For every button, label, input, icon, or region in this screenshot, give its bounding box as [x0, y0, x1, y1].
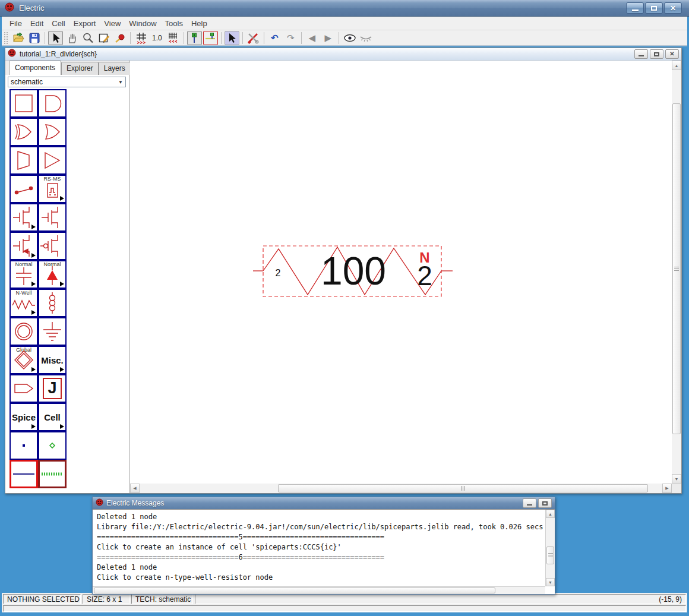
technology-select[interactable]: schematic ▼: [8, 77, 126, 87]
palette-item-nwell-resistor[interactable]: N-Well: [10, 289, 38, 317]
menu-export[interactable]: Export: [69, 18, 100, 29]
palette-item-ground[interactable]: [38, 317, 67, 346]
eye-closed-icon: [359, 31, 372, 45]
open-library-button[interactable]: [11, 31, 26, 45]
palette-item-cell[interactable]: Cell: [38, 403, 67, 431]
palette-item-switch[interactable]: [10, 175, 38, 203]
palette-item-flipflop[interactable]: RS-MS: [38, 175, 67, 203]
scroll-right-button[interactable]: ▶: [662, 484, 672, 493]
palette-item-global[interactable]: Global: [10, 346, 38, 374]
toolbar-grip[interactable]: [4, 32, 8, 44]
hscroll-thumb[interactable]: [94, 587, 495, 593]
select-arrow-button[interactable]: [48, 31, 63, 45]
palette-item-pmos-circle[interactable]: [38, 232, 67, 260]
measure-button[interactable]: [112, 31, 127, 45]
palette-item-wire-arc[interactable]: [10, 460, 38, 488]
scroll-down-button[interactable]: ▼: [672, 474, 681, 484]
scroll-up-button[interactable]: ▲: [672, 61, 681, 70]
pan-button[interactable]: [64, 31, 79, 45]
menu-edit[interactable]: Edit: [26, 18, 48, 29]
vscroll-thumb[interactable]: [672, 103, 681, 434]
edit-window-titlebar[interactable]: tutorial_1:R_divider{sch} ✕: [5, 48, 681, 61]
cursor-mode-button[interactable]: [225, 31, 239, 45]
close-button[interactable]: ✕: [664, 2, 682, 14]
palette-item-pin[interactable]: [10, 431, 38, 460]
palette-item-box[interactable]: [10, 89, 38, 118]
palette-item-xor-gate[interactable]: [10, 118, 38, 146]
messages-titlebar[interactable]: Electric Messages: [93, 497, 555, 509]
expand-view-button[interactable]: [342, 31, 357, 45]
collapse-view-button[interactable]: [358, 31, 373, 45]
palette-item-export[interactable]: [10, 374, 38, 403]
edit-minimize-button[interactable]: [634, 49, 648, 59]
spice-label: Spice: [11, 412, 37, 422]
toolbar-separator: [264, 32, 264, 44]
undo-button[interactable]: ↶: [267, 31, 282, 45]
menu-view[interactable]: View: [100, 18, 125, 29]
scroll-left-button[interactable]: ◀: [130, 484, 140, 493]
palette-item-buffer[interactable]: [38, 146, 67, 175]
edit-close-button[interactable]: ✕: [665, 49, 679, 59]
messages-vscrollbar[interactable]: ▲ ▼: [545, 510, 555, 586]
palette-item-pmos[interactable]: [10, 232, 38, 260]
palette-item-inductor[interactable]: [38, 289, 67, 317]
canvas-hscrollbar[interactable]: ◀ ▶: [130, 484, 672, 493]
scroll-up-button[interactable]: ▲: [546, 510, 555, 518]
palette-item-nmos[interactable]: [10, 203, 38, 232]
zoom-button[interactable]: [80, 31, 95, 45]
messages-maximize-button[interactable]: [538, 498, 552, 508]
palette-item-nmos-4port[interactable]: [38, 203, 67, 232]
select-objects-button[interactable]: [96, 31, 111, 45]
palette-item-capacitor[interactable]: Normal: [10, 260, 38, 289]
menu-window[interactable]: Window: [125, 18, 160, 29]
redo-button[interactable]: ↷: [283, 31, 298, 45]
window-frame: File Edit Cell Export View Window Tools …: [0, 17, 689, 616]
pin-mode-button[interactable]: [187, 31, 202, 45]
go-back-button[interactable]: ◀: [305, 31, 320, 45]
menu-help[interactable]: Help: [187, 18, 211, 29]
console-line: =================================6======…: [97, 552, 541, 563]
schematic-canvas[interactable]: 2 100 2 N ▲ ▼ ◀ ▶: [130, 61, 681, 493]
alignment-button[interactable]: [166, 31, 181, 45]
hscroll-thumb[interactable]: [278, 484, 648, 492]
palette-item-bus-arc[interactable]: [38, 460, 67, 488]
resistor-node[interactable]: 2 100 2 N: [253, 242, 455, 301]
save-library-button[interactable]: [27, 31, 42, 45]
menu-tools[interactable]: Tools: [161, 18, 187, 29]
maximize-icon: [654, 52, 659, 56]
tab-layers[interactable]: Layers: [99, 62, 131, 75]
main-titlebar[interactable]: Electric ✕: [0, 0, 689, 17]
palette-item-or-gate[interactable]: [38, 118, 67, 146]
palette-item-mux[interactable]: [10, 146, 38, 175]
preferences-button[interactable]: [246, 31, 261, 45]
palette-item-spice[interactable]: Spice: [10, 403, 38, 431]
edit-maximize-button[interactable]: [650, 49, 663, 59]
technology-select-value: schematic: [11, 78, 43, 86]
open-folder-icon: [12, 31, 25, 45]
messages-console[interactable]: Deleted 1 node Library file:/Y:/Electric…: [93, 510, 545, 586]
console-line: Library file:/Y:/Electric/electric-9.04.…: [97, 522, 541, 532]
down-arrow-icon: ▼: [548, 580, 552, 585]
vscroll-thumb[interactable]: [546, 546, 554, 564]
palette-item-wire-pin[interactable]: [38, 431, 67, 460]
tab-explorer[interactable]: Explorer: [61, 62, 99, 75]
pin-special-button[interactable]: [203, 31, 218, 45]
toggle-grid-button[interactable]: [134, 31, 148, 45]
messages-hscrollbar[interactable]: [93, 586, 545, 594]
palette-item-and-gate[interactable]: [38, 89, 67, 118]
menu-file[interactable]: File: [5, 18, 26, 29]
canvas-vscrollbar[interactable]: ▲ ▼: [672, 61, 681, 484]
palette-item-josephson[interactable]: J: [38, 374, 67, 403]
resistor-well-label: N: [418, 251, 432, 265]
palette-item-power[interactable]: [10, 317, 38, 346]
palette-item-misc[interactable]: Misc.: [38, 346, 67, 374]
go-forward-button[interactable]: ▶: [321, 31, 336, 45]
minimize-button[interactable]: [626, 2, 644, 14]
maximize-button[interactable]: [645, 2, 663, 14]
menu-cell[interactable]: Cell: [48, 18, 69, 29]
scroll-down-button[interactable]: ▼: [546, 578, 555, 586]
messages-window-title: Electric Messages: [106, 499, 164, 507]
tab-components[interactable]: Components: [9, 61, 61, 75]
messages-minimize-button[interactable]: [523, 498, 536, 508]
palette-item-diode[interactable]: Normal: [38, 260, 67, 289]
